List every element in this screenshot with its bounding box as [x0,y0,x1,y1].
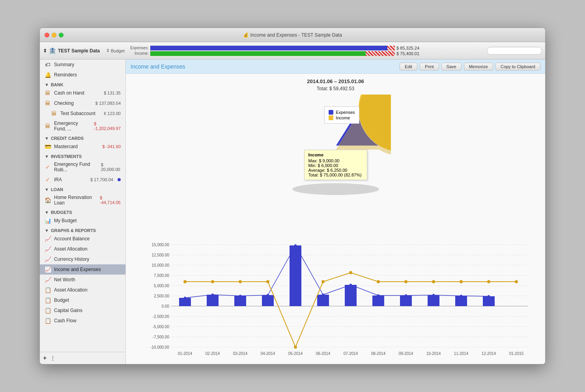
account-picker[interactable]: ⇕ 🏦 TEST Sample Data [43,47,100,54]
y-label-12500: 12,500.00 [152,253,170,257]
bank-section-header[interactable]: ▼ BANK [40,80,125,88]
income-amount: $ 75,400.01 [396,51,430,56]
report-icon-budget: 📋 [45,297,51,303]
sidebar-item-mastercard[interactable]: 💳 Mastercard $ -341.60 [40,141,125,152]
graphs-header[interactable]: ▼ GRAPHS & REPORTS [40,226,125,234]
checking-label: Checking [54,100,74,106]
bar-jul2014 [345,285,357,306]
sidebar-item-currency-history[interactable]: 📈 Currency History [40,254,125,264]
sidebar-item-income-expenses[interactable]: 📈 Income and Expenses [40,264,125,275]
account-name: TEST Sample Data [58,48,100,54]
my-budget-label: My Budget [54,218,77,223]
bank-icon-3: 🏛 [51,110,57,117]
credit-cards-label: CREDIT CARDS [51,136,84,141]
tooltip-max: Max: $ 9,000.00 [308,158,363,163]
test-subaccount-amount: € 123.00 [104,111,121,116]
investments-chevron: ▼ [45,154,49,159]
sidebar-item-emergency-fund[interactable]: 🏛 Emergency Fund, ... $ -1,202,049.97 [40,119,125,134]
expenses-amount: $ 85,325.24 [396,46,430,50]
bank-icon-4: 🏛 [45,123,51,129]
bar-aug2014 [372,295,384,306]
emergency-fund-rolli-amount: $ 20,000.00 [101,162,121,172]
dot-inc-jul [349,271,352,274]
chart-date-range: 2014.01.06 – 2015.01.06 [126,74,545,86]
sidebar-item-home-renovation[interactable]: 🏠 Home Renovation Loan $ -44,714.05 [40,193,125,208]
budgets-label: BUDGETS [51,210,72,215]
y-label-neg7500: -7,500.00 [153,335,170,339]
sidebar-item-budget-report[interactable]: 📋 Budget [40,295,125,305]
sidebar-item-account-balance[interactable]: 📈 Account Balance [40,234,125,244]
search-input[interactable] [487,47,542,55]
cash-on-hand-label: Cash on Hand [54,90,84,96]
close-button[interactable] [45,33,49,37]
tooltip-title: Income [308,152,363,157]
sidebar: 🏷 Summary 🔔 Reminders ▼ BANK 🏛 Cash on H… [40,59,126,364]
emergency-fund-label: Emergency Fund, ... [54,121,91,132]
sidebar-item-capital-gains[interactable]: 📋 Capital Gains [40,305,125,316]
bank-chevron-icon: ▼ [45,82,49,87]
pie-legend: Expenses Income [324,106,359,124]
x-label-feb2014: 02-2014 [206,351,220,356]
graph-icon-account: 📈 [45,236,51,242]
sidebar-item-reminders[interactable]: 🔔 Reminders [40,70,125,80]
reminders-label: Reminders [54,72,77,78]
sidebar-item-test-subaccount[interactable]: 🏛 Test Subaccount € 123.00 [40,108,125,119]
bar-apr2014 [262,295,274,306]
content-title: Income and Expenses [131,63,397,70]
sidebar-item-checking[interactable]: 🏛 Checking $ 137,083.54 [40,98,125,108]
maximize-button[interactable] [59,33,64,37]
sidebar-item-my-budget[interactable]: 📊 My Budget [40,216,125,226]
bar-nov2014 [455,296,467,306]
sidebar-item-emergency-fund-rolli[interactable]: ✓ Emergency Fund Rolli... $ 20,000.00 [40,160,125,175]
report-icon-asset: 📋 [45,287,51,293]
asset-allocation-1-label: Asset Allocation [54,246,88,252]
save-button[interactable]: Save [441,63,462,71]
legend-item-expenses: Expenses [329,110,355,115]
sort-icon: ⇕ [43,48,47,54]
bar-jun2014 [317,295,329,306]
expense-line [185,245,489,298]
sidebar-item-ira[interactable]: ✓ IRA $ 17,700.04 [40,175,125,185]
mastercard-amount: $ -341.60 [103,144,121,149]
test-subaccount-label: Test Subaccount [60,111,95,116]
bar-may2014 [290,245,301,306]
sidebar-item-asset-allocation-1[interactable]: 📈 Asset Allocation [40,244,125,254]
add-icon[interactable]: + [43,355,47,362]
mastercard-label: Mastercard [54,144,78,149]
sidebar-item-net-worth[interactable]: 📈 Net Worth [40,275,125,285]
reminders-icon: 🔔 [45,72,51,78]
x-label-aug2014: 08-2014 [371,351,386,356]
tooltip-total: Total: $ 75,000.00 (82.87%) [308,173,363,177]
budgets-header[interactable]: ▼ BUDGETS [40,208,125,216]
minimize-button[interactable] [52,33,56,37]
traffic-lights [45,33,64,37]
investments-header[interactable]: ▼ INVESTMENTS [40,152,125,160]
dot-inc-may [294,346,297,349]
x-label-nov2014: 11-2014 [454,351,469,356]
y-label-2500: 2,500.00 [154,294,169,298]
sidebar-item-cash-on-hand[interactable]: 🏛 Cash on Hand $ 131.35 [40,88,125,98]
dot-exp-nov [460,295,462,297]
dot-inc-oct [432,280,435,283]
summary-icon: 🏷 [45,61,51,68]
graph-icon-asset: 📈 [45,246,51,252]
y-label-5000: 5,000.00 [154,284,169,288]
income-label: Income: [127,51,149,56]
graphs-label: GRAPHS & REPORTS [51,228,96,233]
bar-feb2014 [207,295,219,306]
expenses-color [329,110,333,115]
sidebar-item-cash-flow[interactable]: 📋 Cash Flow [40,316,125,326]
income-bar-row: Income: $ 75,400.01 [127,51,430,56]
cash-flow-label: Cash Flow [54,318,77,323]
copy-clipboard-button[interactable]: Copy to Clipboard [495,63,540,71]
edit-button[interactable]: Edit [400,63,417,71]
investment-icon-2: ✓ [45,176,51,183]
loan-header[interactable]: ▼ LOAN [40,185,125,193]
income-bar [150,51,395,56]
dot-exp-jun [322,294,324,296]
sidebar-item-asset-allocation-2[interactable]: 📋 Asset Allocation [40,285,125,295]
sidebar-item-summary[interactable]: 🏷 Summary [40,59,125,70]
memorize-button[interactable]: Memorize [464,63,493,71]
credit-cards-header[interactable]: ▼ CREDIT CARDS [40,134,125,141]
print-button[interactable]: Print [420,63,439,71]
